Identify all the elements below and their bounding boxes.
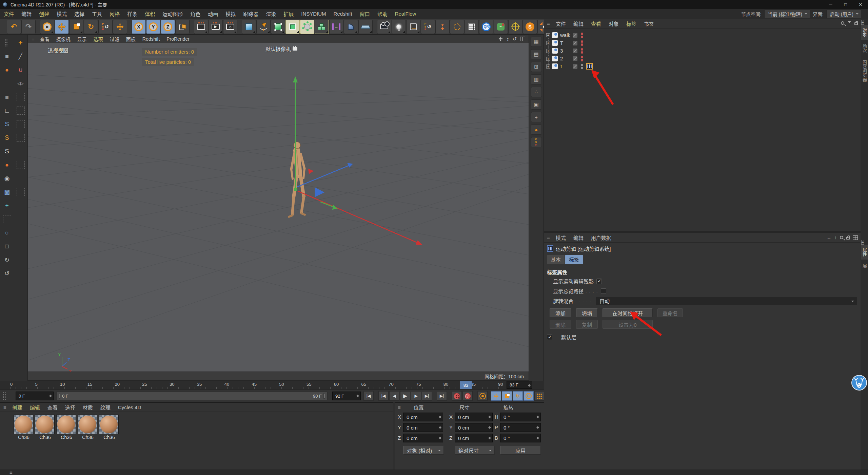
key-pla-toggle[interactable] (534, 391, 545, 401)
size-y-spinner[interactable] (488, 425, 491, 430)
rotate-view-icon[interactable]: ↺ (512, 36, 517, 42)
qr-plugin-button[interactable]: QR (479, 20, 493, 34)
add-panel-button[interactable] (861, 20, 864, 25)
apply-button[interactable]: 应用 (500, 446, 541, 455)
maximize-button[interactable]: □ (838, 0, 853, 9)
spline-white-icon[interactable]: S (0, 145, 14, 158)
axis-center-icon[interactable]: + (0, 199, 14, 212)
size-y-field[interactable]: 0 cm (455, 423, 493, 432)
z-axis-lock-button[interactable]: Z (161, 20, 175, 34)
visibility-dots[interactable] (581, 48, 583, 54)
instance-button[interactable] (285, 20, 300, 34)
light-button[interactable] (392, 20, 406, 34)
material-menu-grip[interactable] (3, 404, 8, 410)
render-view-button[interactable] (194, 20, 208, 34)
matmenu-select[interactable]: 选择 (61, 404, 79, 411)
attrmenu-mode[interactable]: 模式 (552, 234, 570, 241)
lock-icon[interactable] (854, 22, 858, 25)
tab-takes[interactable]: 场次 (861, 41, 868, 56)
history-back-icon[interactable]: ← (827, 235, 831, 240)
key-position-toggle[interactable] (491, 391, 501, 401)
pen-tool-icon[interactable]: ╱ (14, 50, 27, 63)
minimize-button[interactable]: ─ (823, 0, 838, 9)
empty-tool-slot[interactable] (14, 158, 27, 172)
collapse-button[interactable]: 坍塌 (576, 308, 598, 317)
matmenu-material[interactable]: 材质 (79, 404, 97, 411)
menu-realflow[interactable]: RealFlow (391, 11, 420, 17)
prev-frame-button[interactable]: ◀ (389, 391, 399, 401)
render-visibility-dot[interactable] (581, 43, 583, 46)
ommenu-edit[interactable]: 编辑 (570, 20, 587, 27)
convert-object-icon[interactable]: ■ (0, 50, 14, 63)
add-button[interactable]: 添加 (550, 308, 571, 317)
cloner-button[interactable] (300, 20, 314, 34)
live-selection-tool-button[interactable]: ➤ (40, 20, 54, 34)
timeline-ruler[interactable]: 0 5 10 15 20 25 30 35 40 45 50 55 60 65 … (0, 381, 544, 390)
menu-animate[interactable]: 动画 (204, 10, 222, 17)
menu-edit[interactable]: 编辑 (18, 10, 35, 17)
vpmenu-view[interactable]: 查看 (37, 36, 53, 42)
tab-layers[interactable]: 层 (861, 261, 868, 271)
enable-toggle[interactable] (573, 49, 577, 53)
layout-rows-icon[interactable]: ▤ (531, 49, 542, 59)
goto-end-button[interactable]: ▶| (437, 391, 447, 401)
play-button[interactable]: ▶ (400, 391, 410, 401)
material-thumbnail[interactable] (99, 415, 119, 434)
field-button[interactable] (450, 20, 464, 34)
tab-basic[interactable]: 基本 (547, 255, 565, 264)
ommenu-view[interactable]: 查看 (587, 20, 605, 27)
material-item[interactable]: Ch36 (78, 415, 98, 440)
empty-tool-slot[interactable] (14, 90, 27, 104)
add-panel-button-2[interactable] (861, 240, 864, 245)
undo-button[interactable]: ↶ (7, 20, 21, 34)
range-end-handle[interactable]: 90 F (311, 393, 327, 399)
drop-to-floor-button[interactable]: ▼◆ (435, 20, 450, 34)
vpmenu-panel[interactable]: 面板 (123, 36, 139, 42)
render-visibility-dot[interactable] (581, 67, 583, 69)
enable-toggle[interactable] (573, 41, 577, 45)
pos-x-spinner[interactable] (439, 414, 441, 420)
snap-dots-icon[interactable]: ∴ (531, 87, 542, 97)
filter-icon[interactable] (847, 21, 851, 25)
psr-reset-button[interactable]: PSR ↺ (98, 20, 113, 34)
start-frame-field[interactable]: 0 F (16, 392, 54, 400)
perspective-viewport[interactable]: 查看 摄像机 显示 选项 过滤 面板 Redshift ProRender ↕ … (28, 35, 529, 381)
show-path-checkbox[interactable] (601, 288, 606, 294)
expand-icon[interactable] (546, 41, 550, 45)
motion-clip-tag[interactable] (586, 63, 593, 70)
empty-tool-slot[interactable] (14, 104, 27, 117)
object-row-3[interactable]: 3 (544, 47, 861, 55)
pos-x-field[interactable]: 0 cm (403, 413, 443, 421)
menu-help[interactable]: 帮助 (374, 10, 391, 17)
camera-button[interactable] (377, 20, 391, 34)
psr-transfer-button[interactable]: PSR ↺ (421, 20, 435, 34)
end-frame-spinner[interactable] (356, 393, 359, 399)
close-button[interactable]: ✕ (853, 0, 868, 9)
next-frame-button[interactable]: ▶ (411, 391, 421, 401)
rot-p-spinner[interactable] (536, 425, 539, 430)
attr-menu-grip[interactable] (547, 235, 552, 241)
object-row-2[interactable]: 2 (544, 55, 861, 62)
copy-button[interactable]: 复制 (576, 320, 598, 329)
array-button[interactable] (315, 20, 329, 34)
key-parameter-toggle[interactable]: P (524, 391, 534, 401)
ommenu-file[interactable]: 文件 (552, 20, 570, 27)
menu-extensions[interactable]: 扩展 (280, 10, 297, 17)
object-icon[interactable] (552, 48, 558, 54)
object-name[interactable]: 3 (560, 48, 563, 54)
size-x-field[interactable]: 0 cm (455, 413, 493, 421)
object-icon[interactable] (552, 56, 558, 61)
menu-insydium[interactable]: INSYDIUM (297, 11, 330, 17)
matmenu-edit[interactable]: 编辑 (26, 404, 44, 411)
object-icon[interactable] (552, 40, 558, 46)
attrmenu-edit[interactable]: 编辑 (570, 234, 587, 241)
signal-plugin-button[interactable]: S (523, 20, 537, 34)
render-visibility-dot[interactable] (581, 51, 583, 54)
key-scale-toggle[interactable] (502, 391, 512, 401)
timeline-playhead[interactable]: 83 (460, 381, 472, 389)
menu-simulate[interactable]: 模拟 (222, 10, 239, 17)
transport-grip[interactable] (3, 392, 6, 401)
rotate-ccw-tool-icon[interactable]: ↺ (0, 267, 14, 280)
insydium-plugin-button[interactable]: ~ (494, 20, 508, 34)
size-x-spinner[interactable] (488, 414, 491, 420)
